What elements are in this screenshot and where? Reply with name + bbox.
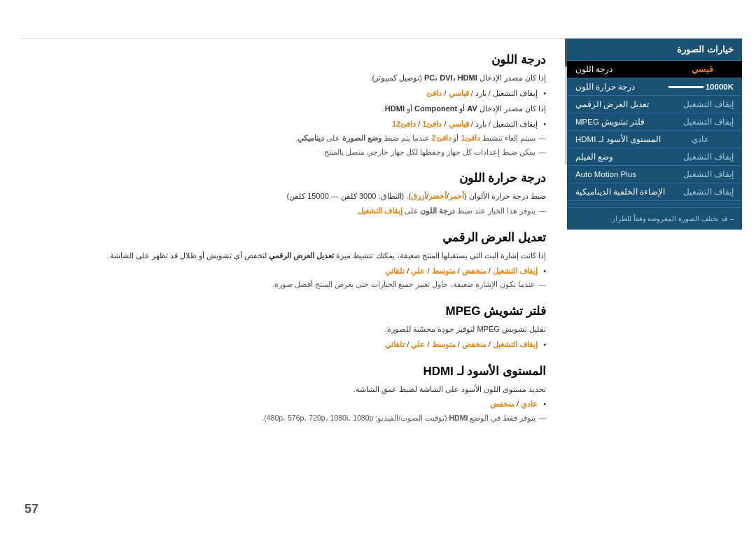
section-color-temp-title: درجة حرارة اللون (35, 171, 546, 185)
sidebar-row-6-label: Auto Motion Plus (575, 170, 636, 178)
color-temp-p1: ضبط درجة حرارة الألوان (أحمر/أخضر/أزرق).… (35, 190, 546, 203)
main-content: درجة اللون إذا كان مصدر الإدخال PC، DVI،… (21, 45, 560, 506)
sidebar-row-5-label: وضع الفيلم (575, 152, 613, 162)
sidebar-row-7-label: الإضاءة الخلفية الديناميكية (575, 187, 665, 197)
sidebar-row-1[interactable]: 10000K درجة حرارة اللون (567, 78, 742, 96)
section-hdmi-black-body: تحديد مستوى اللون الأسود على الشاشة لضبط… (35, 383, 546, 425)
digital-adjust-note1: عندما تكون الإشارة ضعيفة، حاول تغيير جمي… (35, 279, 546, 291)
color-tone-bullet2: إيقاف التشغيل / بارد / قياسي / دافئ1 / د… (35, 118, 546, 131)
page-number: 57 (24, 502, 38, 517)
sidebar-row-0[interactable]: قيسي درجة اللون (567, 61, 742, 78)
sidebar-row-3-label: فلتر تشويش MPEG (575, 117, 645, 127)
sidebar-row-2-label: تعديل العرض الرقمي (575, 99, 649, 109)
section-color-tone-title: درجة اللون (35, 52, 546, 67)
sidebar-row-2-value: إيقاف التشغيل (683, 99, 734, 109)
sidebar-row-4-value: عادي (692, 134, 734, 144)
sidebar-row-1-label: درجة حرارة اللون (575, 82, 635, 92)
sidebar-row-0-value: قيسي (692, 64, 734, 74)
sidebar-row-0-label: درجة اللون (575, 64, 612, 74)
section-digital-adjust-title: تعديل العرض الرقمي (35, 230, 546, 245)
sidebar-panel: خيارات الصورة قيسي درجة اللون 10000K درج… (567, 38, 742, 230)
color-temp-note1: يتوفر هذا الخيار عند ضبط درجة اللون على … (35, 205, 546, 218)
section-mpeg-filter: فلتر تشويش MPEG تقليل تشويش MPEG لتوفير … (35, 304, 546, 351)
sidebar-row-6[interactable]: إيقاف التشغيل Auto Motion Plus (567, 166, 742, 183)
hdmi-black-note1: يتوفر فقط في الوضع HDMI (توقيت الصوت/الف… (35, 412, 546, 425)
color-tone-bullet1: إيقاف التشغيل / بارد / قياسي / دافئ (35, 87, 546, 100)
sidebar-row-5-value: إيقاف التشغيل (683, 152, 734, 162)
sidebar-row-6-value: إيقاف التشغيل (683, 169, 734, 179)
section-color-tone: درجة اللون إذا كان مصدر الإدخال PC، DVI،… (35, 52, 546, 158)
color-tone-note1: سيتم إلغاء تنشيط دافئ1 أو دافئ2 عندما يت… (35, 132, 546, 145)
section-digital-adjust: تعديل العرض الرقمي إذا كانت إشارة البث ا… (35, 230, 546, 291)
sidebar-row-3-value: إيقاف التشغيل (683, 117, 734, 127)
section-mpeg-filter-body: تقليل تشويش MPEG لتوفير جودة محسّنة للصو… (35, 323, 546, 351)
section-color-temp: درجة حرارة اللون ضبط درجة حرارة الألوان … (35, 171, 546, 218)
mpeg-filter-bullet1: إيقاف التشغيل / منخفض / متوسط / علي / تل… (35, 338, 546, 351)
digital-adjust-bullet1: إيقاف التشغيل / منخفض / متوسط / علي / تل… (35, 265, 546, 278)
sidebar-row-1-value: 10000K (665, 83, 734, 91)
color-tone-note2: يمكن ضبط إعدادات كل جهاز وحفظها لكل جهاز… (35, 146, 546, 159)
section-hdmi-black-title: المستوى الأسود لـ HDMI (35, 364, 546, 379)
digital-adjust-p1: إذا كانت إشارة البث التي يستقبلها المنتج… (35, 249, 546, 262)
sidebar-row-2[interactable]: إيقاف التشغيل تعديل العرض الرقمي (567, 96, 742, 113)
sidebar-header: خيارات الصورة (567, 38, 742, 61)
color-tone-p1: إذا كان مصدر الإدخال PC، DVI، HDMI (توصي… (35, 71, 546, 85)
sidebar-row-4[interactable]: عادي المستوى الأسود لـ HDMI (567, 131, 742, 148)
sidebar-row-7[interactable]: إيقاف التشغيل الإضاءة الخلفية الديناميكي… (567, 183, 742, 201)
sidebar-bottom-note: – قد تختلف الصورة المعروضة وفقاً للطراز. (567, 207, 742, 230)
section-color-tone-body: إذا كان مصدر الإدخال PC، DVI، HDMI (توصي… (35, 71, 546, 158)
section-hdmi-black: المستوى الأسود لـ HDMI تحديد مستوى اللون… (35, 364, 546, 425)
sidebar-row-7-value: إيقاف التشغيل (683, 187, 734, 197)
sidebar-row-5[interactable]: إيقاف التشغيل وضع الفيلم (567, 148, 742, 166)
sidebar-row-4-label: المستوى الأسود لـ HDMI (575, 134, 661, 144)
color-tone-p2: إذا كان مصدر الإدخال AV أو Component أو … (35, 102, 546, 115)
hdmi-black-bullet1: عادي / منخفض (35, 398, 546, 411)
section-mpeg-filter-title: فلتر تشويش MPEG (35, 304, 546, 318)
section-digital-adjust-body: إذا كانت إشارة البث التي يستقبلها المنتج… (35, 249, 546, 291)
color-bar (668, 86, 704, 88)
hdmi-black-p1: تحديد مستوى اللون الأسود على الشاشة لضبط… (35, 383, 546, 396)
top-divider (21, 38, 567, 39)
section-color-temp-body: ضبط درجة حرارة الألوان (أحمر/أخضر/أزرق).… (35, 190, 546, 218)
mpeg-filter-p1: تقليل تشويش MPEG لتوفير جودة محسّنة للصو… (35, 323, 546, 336)
sidebar-row-3[interactable]: إيقاف التشغيل فلتر تشويش MPEG (567, 113, 742, 131)
sidebar-divider (567, 204, 742, 204)
